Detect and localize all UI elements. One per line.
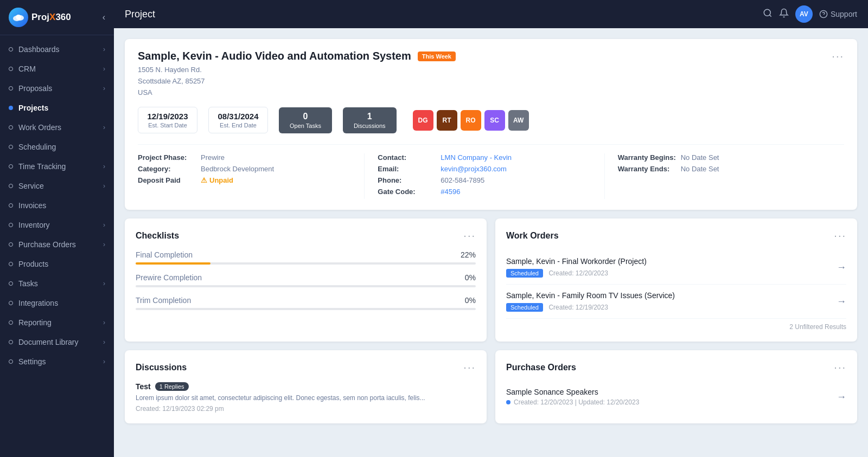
po-arrow[interactable]: → [837,391,846,403]
chevron-right-icon: › [103,358,105,365]
work-orders-title: Work Orders [506,231,834,241]
user-avatar[interactable]: AV [795,5,813,23]
sidebar-item-dashboards[interactable]: Dashboards › [0,40,114,59]
work-orders-menu-button[interactable]: ··· [834,229,846,242]
unfiltered-results: 2 Unfiltered Results [506,323,846,331]
chevron-right-icon: › [103,46,105,53]
project-menu-button[interactable]: ··· [832,50,844,62]
team-avatars: DG RT RO SC AW [413,110,529,131]
nav-indicator [9,262,13,266]
open-tasks-block[interactable]: 0 Open Tasks [279,107,332,133]
detail-section-phase: Project Phase: Prewire Category: Bedbroc… [138,153,364,199]
support-button[interactable]: Support [819,10,857,18]
work-orders-header: Work Orders ··· [506,229,846,242]
checklists-title: Checklists [136,231,463,241]
project-header-card: Sample, Kevin - Audio Video and Automati… [125,39,857,210]
nav-label: Dashboards [18,45,103,54]
sidebar-item-purchase-orders[interactable]: Purchase Orders › [0,235,114,254]
checklists-card: Checklists ··· Final Completion 22% Prew… [125,218,487,342]
nav-indicator [9,359,13,364]
work-order-arrow[interactable]: → [837,262,846,273]
chevron-right-icon: › [103,65,105,73]
checklists-header: Checklists ··· [136,229,476,242]
sidebar-item-tasks[interactable]: Tasks › [0,274,114,293]
notifications-icon[interactable] [779,8,789,21]
nav-indicator [9,145,13,149]
avatar-sc[interactable]: SC [484,110,505,131]
contact-label: Contact: [378,153,437,162]
discussions-label: Discussions [354,123,386,129]
sidebar-item-projects[interactable]: Projects [0,98,114,118]
discussions-menu-button[interactable]: ··· [463,361,476,374]
checklist-item-final: Final Completion 22% [136,250,476,265]
progress-bar-bg [136,262,476,265]
sidebar-logo: ProjX360 ‹ [0,0,114,35]
sidebar-item-document-library[interactable]: Document Library › [0,332,114,352]
this-week-badge: This Week [418,52,456,61]
project-meta-row: 12/19/2023 Est. Start Date 08/31/2024 Es… [138,107,844,133]
warranty-ends-value: No Date Set [681,165,719,173]
sidebar-item-crm[interactable]: CRM › [0,59,114,79]
est-start-date-block: 12/19/2023 Est. Start Date [138,107,197,133]
sidebar-item-work-orders[interactable]: Work Orders › [0,118,114,137]
checklist-pct: 0% [465,296,476,305]
deposit-value: ⚠ Unpaid [201,176,233,184]
sidebar-item-invoices[interactable]: Invoices [0,196,114,215]
work-order-item: Sample, Kevin - Final Workorder (Project… [506,250,846,285]
nav-label: Reporting [18,318,103,327]
discussions-block[interactable]: 1 Discussions [343,107,397,133]
avatar-dg[interactable]: DG [413,110,433,131]
scheduled-badge: Scheduled [506,269,543,278]
gate-label: Gate Code: [378,188,437,196]
checklist-pct: 22% [461,250,476,259]
work-order-name: Sample, Kevin - Family Room TV Issues (S… [506,291,837,300]
checklists-menu-button[interactable]: ··· [463,229,476,242]
sidebar-item-integrations[interactable]: Integrations [0,293,114,313]
sidebar-item-settings[interactable]: Settings › [0,352,114,371]
sidebar-item-proposals[interactable]: Proposals › [0,79,114,98]
detail-section-warranty: Warranty Begins: No Date Set Warranty En… [604,153,844,199]
sidebar-collapse-button[interactable]: ‹ [103,12,105,22]
nav-indicator [9,184,13,188]
work-order-created: Created: 12/19/2023 [548,304,608,311]
nav-indicator [9,125,13,130]
project-details-row: Project Phase: Prewire Category: Bedbroc… [138,144,844,199]
detail-section-contact: Contact: LMN Company - Kevin Email: kevi… [364,153,604,199]
discussion-title: Test [136,382,151,391]
search-icon[interactable] [763,8,773,21]
po-info: Sample Sonance Speakers Created: 12/20/2… [506,388,837,406]
nav-active-indicator [9,106,13,110]
nav-label: CRM [18,65,103,73]
chevron-right-icon: › [103,182,105,190]
nav-indicator [9,281,13,286]
est-start-label: Est. Start Date [147,122,188,128]
avatar-rt[interactable]: RT [437,110,457,131]
po-created: Created: 12/20/2023 | Updated: 12/20/202… [506,398,837,406]
nav-label: Purchase Orders [18,240,103,249]
avatar-ro[interactable]: RO [461,110,481,131]
nav-indicator [9,203,13,208]
sidebar-item-scheduling[interactable]: Scheduling [0,137,114,157]
po-name: Sample Sonance Speakers [506,388,837,396]
nav-indicator [9,67,13,71]
svg-point-3 [764,9,770,16]
sidebar-item-service[interactable]: Service › [0,176,114,196]
purchase-orders-menu-button[interactable]: ··· [834,361,846,374]
sidebar: ProjX360 ‹ Dashboards › CRM › Proposals … [0,0,114,457]
checklist-name: Prewire Completion [136,273,202,282]
sidebar-item-inventory[interactable]: Inventory › [0,215,114,235]
purchase-orders-header: Purchase Orders ··· [506,361,846,374]
work-order-arrow[interactable]: → [837,296,846,307]
est-end-label: Est. End Date [218,122,259,128]
nav-label: Integrations [18,299,105,307]
sidebar-item-products[interactable]: Products [0,254,114,274]
nav-indicator [9,47,13,52]
address-line1: 1505 N. Hayden Rd. [138,65,844,76]
nav-label: Work Orders [18,123,103,132]
chevron-right-icon: › [103,163,105,170]
avatar-aw[interactable]: AW [508,110,529,131]
work-order-info: Sample, Kevin - Final Workorder (Project… [506,257,837,278]
sidebar-item-reporting[interactable]: Reporting › [0,313,114,332]
nav-label: Invoices [18,201,105,210]
sidebar-item-time-tracking[interactable]: Time Tracking › [0,157,114,176]
